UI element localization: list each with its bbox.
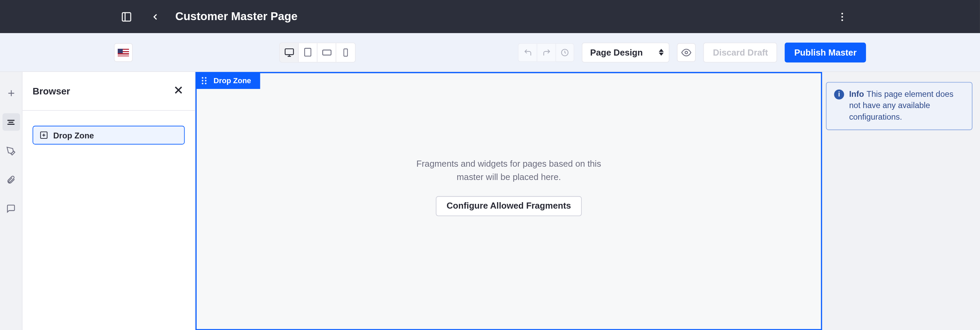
redo-button[interactable] bbox=[537, 43, 556, 62]
info-icon: i bbox=[834, 89, 844, 99]
svg-rect-11 bbox=[344, 49, 348, 56]
svg-point-2 bbox=[842, 13, 843, 14]
svg-point-30 bbox=[205, 80, 207, 81]
svg-point-32 bbox=[205, 83, 207, 84]
svg-rect-8 bbox=[305, 48, 311, 56]
panel-title: Browser bbox=[32, 86, 70, 96]
canvas-area: Drop Zone Fragments and widgets for page… bbox=[196, 72, 822, 330]
config-sidebar: i InfoThis page element does not have an… bbox=[822, 72, 980, 330]
browser-panel: Browser Drop Zone bbox=[22, 72, 195, 330]
undo-button[interactable] bbox=[518, 43, 537, 62]
flag-us-icon bbox=[118, 48, 129, 56]
svg-point-4 bbox=[842, 19, 843, 21]
close-icon[interactable] bbox=[172, 84, 185, 98]
svg-point-27 bbox=[202, 77, 204, 79]
device-tablet-button[interactable] bbox=[299, 43, 317, 62]
rail-browser-button[interactable] bbox=[2, 113, 19, 130]
rail-design-button[interactable] bbox=[2, 142, 19, 160]
sidebar-toggle-icon[interactable] bbox=[118, 8, 135, 25]
preview-button[interactable] bbox=[677, 43, 696, 62]
page-title: Customer Master Page bbox=[175, 10, 298, 23]
sort-caret-icon bbox=[659, 49, 664, 56]
info-label: Info bbox=[849, 89, 864, 99]
svg-point-29 bbox=[202, 80, 204, 81]
drop-zone-tag[interactable]: Drop Zone bbox=[196, 73, 260, 89]
svg-point-16 bbox=[685, 51, 687, 54]
tree-item-label: Drop Zone bbox=[53, 130, 94, 140]
drop-zone-tag-label: Drop Zone bbox=[213, 76, 251, 85]
rail-attach-button[interactable] bbox=[2, 171, 19, 188]
back-icon[interactable] bbox=[146, 8, 164, 25]
history-button[interactable] bbox=[556, 43, 574, 62]
info-message: This page element does not have any avai… bbox=[849, 89, 953, 121]
rail-add-button[interactable] bbox=[2, 84, 19, 102]
device-desktop-button[interactable] bbox=[280, 43, 299, 62]
drop-zone-placeholder-text: Fragments and widgets for pages based on… bbox=[409, 157, 609, 183]
configure-fragments-button[interactable]: Configure Allowed Fragments bbox=[436, 196, 582, 216]
rail-comments-button[interactable] bbox=[2, 200, 19, 217]
svg-rect-5 bbox=[285, 48, 293, 54]
drop-zone[interactable]: Drop Zone Fragments and widgets for page… bbox=[196, 72, 822, 330]
mode-select[interactable]: Page Design bbox=[582, 42, 670, 62]
svg-marker-15 bbox=[659, 52, 664, 56]
drag-handle-icon[interactable] bbox=[201, 76, 207, 85]
svg-point-28 bbox=[205, 77, 207, 79]
drop-zone-icon bbox=[40, 131, 48, 140]
svg-point-31 bbox=[202, 83, 204, 84]
device-switcher bbox=[279, 42, 356, 62]
more-menu-icon[interactable] bbox=[834, 8, 851, 25]
device-mobile-button[interactable] bbox=[336, 43, 355, 62]
publish-master-button[interactable]: Publish Master bbox=[785, 42, 866, 62]
discard-draft-button: Discard Draft bbox=[703, 42, 777, 62]
mode-select-value: Page Design bbox=[590, 48, 643, 57]
svg-rect-0 bbox=[122, 12, 131, 21]
svg-marker-14 bbox=[659, 49, 664, 52]
locale-selector[interactable] bbox=[114, 43, 133, 62]
info-alert: i InfoThis page element does not have an… bbox=[826, 82, 972, 130]
tree-item-drop-zone[interactable]: Drop Zone bbox=[32, 126, 185, 144]
svg-rect-10 bbox=[323, 50, 331, 55]
device-landscape-button[interactable] bbox=[317, 43, 336, 62]
svg-point-3 bbox=[842, 16, 843, 17]
tool-rail bbox=[0, 72, 22, 330]
